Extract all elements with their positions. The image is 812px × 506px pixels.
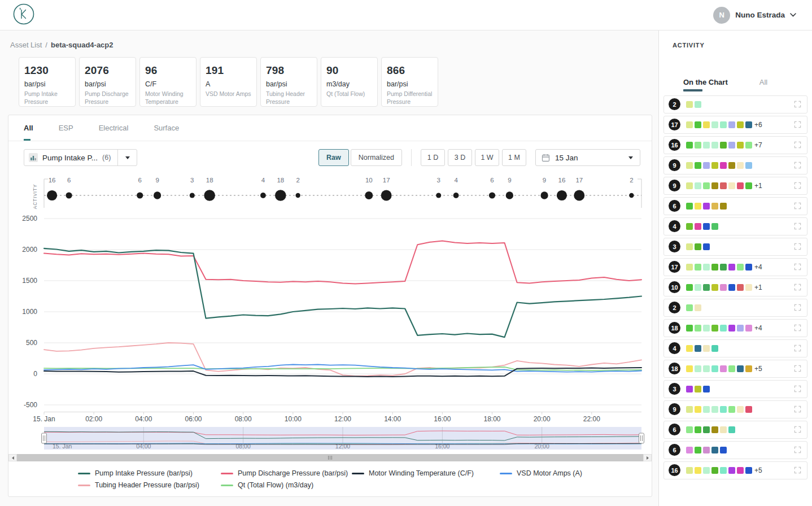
activity-chip: [711, 406, 718, 413]
activity-row[interactable]: 4: [663, 217, 807, 235]
svg-text:15. Jan: 15. Jan: [33, 415, 55, 423]
activity-count-badge: 2: [669, 302, 680, 313]
activity-row[interactable]: 2: [663, 299, 807, 317]
activity-row[interactable]: 6: [663, 197, 807, 215]
activity-row[interactable]: 2: [663, 95, 807, 114]
expand-icon: [794, 446, 801, 453]
svg-text:14:00: 14:00: [384, 415, 401, 423]
expand-icon: [794, 202, 801, 210]
tab-surface[interactable]: Surface: [154, 115, 179, 141]
range-buttons: 1 D3 D1 W1 M: [421, 149, 526, 166]
legend-item[interactable]: Pump Intake Pressure (bar/psi): [78, 469, 221, 477]
date-picker[interactable]: 15 Jan: [535, 149, 640, 166]
sidebar-tab-on-the-chart[interactable]: On the Chart: [683, 78, 728, 86]
mini-overview-chart[interactable]: 15. Jan04:0008:0012:0016:0020:00: [8, 426, 653, 452]
activity-chip: [737, 162, 744, 169]
tab-electrical[interactable]: Electrical: [99, 115, 129, 141]
activity-chip: [695, 365, 701, 372]
activity-row[interactable]: 16+5: [663, 461, 807, 479]
legend-swatch: [500, 473, 512, 474]
activity-row[interactable]: 17+6: [663, 116, 807, 134]
stat-card[interactable]: 1230bar/psiPump Intake Pressure: [19, 57, 76, 107]
stat-card[interactable]: 191AVSD Motor Amps: [200, 57, 257, 107]
raw-button[interactable]: Raw: [318, 149, 349, 166]
tab-esp[interactable]: ESP: [59, 115, 73, 141]
activity-row[interactable]: 4: [663, 339, 807, 357]
scroll-left-button[interactable]: [8, 454, 17, 461]
stat-card[interactable]: 798bar/psiTubing Header Pressure: [260, 57, 317, 107]
activity-chip: [703, 386, 710, 392]
category-tabs: AllESPElectricalSurface: [8, 115, 652, 141]
activity-chip: [695, 386, 701, 392]
activity-row[interactable]: 6: [663, 441, 807, 459]
legend-item[interactable]: Tubing Header Pressure (bar/psi): [78, 481, 221, 489]
activity-chip: [745, 142, 752, 149]
activity-row[interactable]: 10+1: [663, 278, 807, 296]
scroll-right-button[interactable]: [643, 454, 652, 461]
activity-row[interactable]: 9+1: [663, 177, 807, 195]
activity-chip: [703, 243, 710, 250]
legend-item[interactable]: Qt (Total Flow) (m3/day): [221, 481, 352, 489]
range-1m-button[interactable]: 1 M: [502, 149, 526, 166]
activity-chip: [745, 264, 752, 271]
expand-icon: [794, 405, 801, 413]
arrow-right-icon: [647, 456, 649, 460]
svg-text:6: 6: [67, 177, 71, 184]
main-chart[interactable]: 25002000150010005000-50015. Jan02:0004:0…: [8, 215, 653, 424]
activity-chip: [695, 182, 701, 189]
activity-row[interactable]: 17+4: [663, 258, 807, 276]
activity-row[interactable]: 9: [663, 156, 807, 175]
sidebar-tab-all[interactable]: All: [759, 78, 767, 86]
svg-text:17: 17: [575, 177, 583, 184]
activity-row[interactable]: 3: [663, 238, 807, 256]
activity-row[interactable]: 16+7: [663, 136, 807, 154]
horizontal-scrollbar[interactable]: [8, 454, 652, 461]
stat-card[interactable]: 90m3/dayQt (Total Flow): [321, 57, 378, 107]
stat-unit: m3/day: [326, 80, 372, 88]
expand-icon: [794, 365, 801, 372]
stat-unit: bar/psi: [24, 80, 70, 88]
legend-swatch: [221, 485, 233, 486]
activity-chips: [686, 365, 752, 372]
activity-row[interactable]: 18+5: [663, 360, 807, 378]
legend-item[interactable]: VSD Motor Amps (A): [500, 469, 652, 477]
activity-timeline[interactable]: ACTIVITY16669318418210173469916172: [8, 174, 653, 212]
scrollbar-thumb[interactable]: [17, 454, 643, 461]
legend-item[interactable]: Motor Winding Temperature (C/F): [352, 469, 500, 477]
range-1d-button[interactable]: 1 D: [421, 149, 445, 166]
activity-chip: [695, 243, 701, 250]
stat-card[interactable]: 866bar/psiPump Differential Pressure: [381, 57, 438, 107]
range-1w-button[interactable]: 1 W: [475, 149, 499, 166]
activity-row[interactable]: 9: [663, 400, 807, 418]
svg-text:08:00: 08:00: [235, 415, 252, 423]
svg-text:-500: -500: [24, 401, 37, 409]
activity-more-count: +4: [754, 263, 762, 271]
legend-label: Motor Winding Temperature (C/F): [369, 469, 474, 477]
activity-count-badge: 16: [669, 139, 680, 151]
activity-row[interactable]: 18+4: [663, 319, 807, 337]
expand-icon: [794, 344, 801, 352]
stat-card[interactable]: 2076bar/psiPump Discharge Pressure: [79, 57, 136, 107]
expand-icon: [794, 283, 801, 291]
breadcrumb-root[interactable]: Asset List: [10, 41, 42, 49]
activity-chip: [703, 182, 710, 189]
activity-count-badge: 2: [669, 98, 680, 110]
tab-all[interactable]: All: [24, 115, 33, 141]
mode-toggle: RawNormalized: [318, 149, 402, 166]
activity-row[interactable]: 6: [663, 421, 807, 439]
stat-card[interactable]: 96C/FMotor Winding Temperature: [139, 57, 197, 107]
series-selector-dropdown[interactable]: [117, 150, 137, 165]
range-3d-button[interactable]: 3 D: [448, 149, 472, 166]
series-selector[interactable]: Pump Intake P... (6): [24, 149, 137, 166]
user-menu[interactable]: N Nuno Estrada: [713, 7, 796, 24]
activity-chip: [711, 264, 718, 271]
activity-chip: [703, 406, 710, 413]
activity-chip: [720, 406, 727, 413]
legend-item[interactable]: Pump Discharge Pressure (bar/psi): [221, 469, 352, 477]
kelvin-logo[interactable]: [12, 3, 35, 28]
normalized-button[interactable]: Normalized: [351, 149, 402, 166]
breadcrumb: Asset List/beta-squad4-acp2: [8, 30, 652, 49]
svg-text:20:00: 20:00: [534, 415, 551, 423]
stat-label: Motor Winding Temperature: [145, 90, 191, 106]
activity-row[interactable]: 3: [663, 380, 807, 398]
